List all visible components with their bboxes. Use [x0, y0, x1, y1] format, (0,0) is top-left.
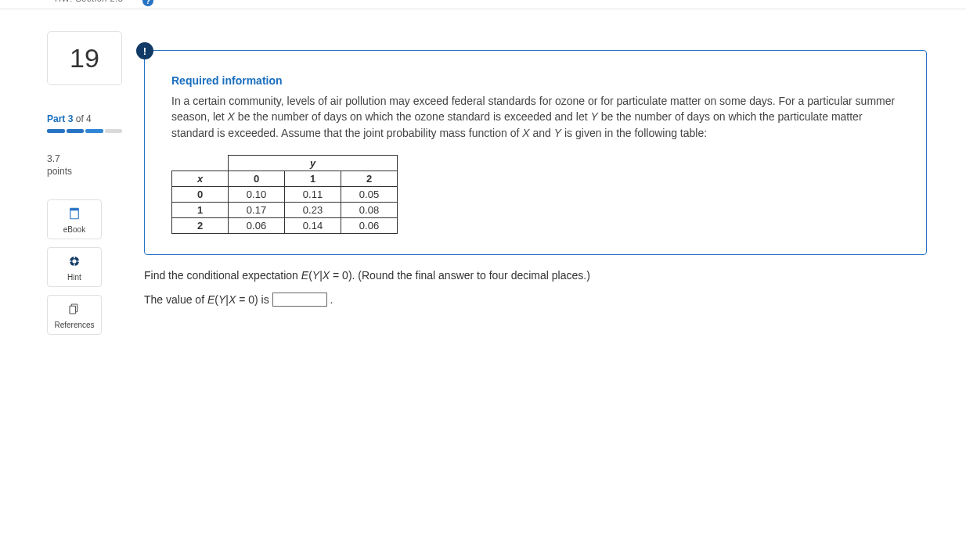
x-axis-label: x — [172, 171, 229, 186]
svg-rect-5 — [74, 264, 75, 267]
a-prefix: The value of — [144, 293, 207, 305]
top-bar: HW: Section 2.5 ? — [0, 0, 966, 9]
info-badge-icon[interactable]: ? — [142, 0, 153, 6]
ebook-button[interactable]: eBook — [47, 199, 102, 239]
table-row: 1 0.17 0.23 0.08 — [172, 202, 398, 217]
sidebar: 19 Part 3 of 4 3.7 points eBook Hint — [47, 31, 122, 335]
svg-rect-4 — [74, 256, 75, 258]
required-info-text: In a certain community, levels of air po… — [171, 93, 899, 141]
x-header-1: 1 — [172, 202, 229, 217]
q-prefix: Find the conditional expectation — [144, 269, 301, 282]
required-info-title: Required information — [171, 74, 899, 87]
table-row: 2 0.06 0.14 0.06 — [172, 217, 398, 233]
question-number-box: 19 — [47, 31, 122, 85]
progress-seg-4 — [105, 129, 123, 133]
y-axis-label: y — [229, 155, 398, 171]
q-X: X — [323, 269, 330, 282]
svg-point-3 — [72, 260, 76, 264]
copy-icon — [67, 302, 81, 318]
references-label: References — [54, 321, 94, 329]
var-y: Y — [590, 110, 597, 123]
a-is: is — [258, 293, 272, 305]
svg-rect-9 — [70, 306, 76, 314]
cell-2-2: 0.06 — [341, 217, 398, 233]
book-icon — [67, 206, 81, 222]
y-header-2: 2 — [341, 171, 398, 186]
progress-seg-2 — [67, 129, 85, 133]
part-label: Part 3 of 4 — [47, 113, 122, 124]
part-progress — [47, 129, 122, 133]
var-y2: Y — [554, 127, 561, 139]
points-value: 3.7 — [47, 153, 122, 166]
table-row: 0 0.10 0.11 0.05 — [172, 186, 398, 202]
cell-2-0: 0.06 — [229, 217, 285, 233]
q-E: E — [301, 269, 308, 282]
table-corner — [172, 155, 229, 171]
cell-1-1: 0.23 — [285, 202, 341, 217]
part-total: of 4 — [76, 113, 92, 124]
question-text: Find the conditional expectation E(Y|X =… — [144, 269, 927, 282]
text-seg-2: be the number of days on which the ozone… — [235, 110, 591, 123]
references-button[interactable]: References — [47, 295, 102, 335]
answer-line: The value of E(Y|X = 0) is . — [144, 293, 927, 307]
progress-seg-1 — [47, 129, 65, 133]
svg-rect-7 — [77, 260, 80, 262]
text-and: and — [530, 127, 554, 139]
cell-0-0: 0.10 — [229, 186, 285, 202]
part-current: Part 3 — [47, 113, 73, 124]
points: 3.7 points — [47, 153, 122, 178]
breadcrumb-truncated: HW: Section 2.5 — [55, 0, 124, 3]
page-body: 19 Part 3 of 4 3.7 points eBook Hint — [0, 9, 966, 366]
var-x: X — [228, 110, 235, 123]
a-period: . — [330, 293, 333, 305]
cell-0-1: 0.11 — [285, 186, 341, 202]
q-Y: Y — [312, 269, 319, 282]
hint-label: Hint — [67, 273, 81, 282]
a-X: X — [229, 293, 236, 305]
text-seg-4: is given in the following table: — [561, 127, 707, 139]
jpmf-table: y x 0 1 2 0 0.10 0.11 0.05 1 0.17 0. — [171, 155, 398, 234]
a-E: E — [207, 293, 214, 305]
a-eq0: = 0) — [236, 293, 258, 305]
x-header-2: 2 — [172, 217, 229, 233]
y-header-1: 1 — [285, 171, 341, 186]
cell-2-1: 0.14 — [285, 217, 341, 233]
points-label: points — [47, 166, 122, 178]
y-header-0: 0 — [229, 171, 285, 186]
cell-1-0: 0.17 — [229, 202, 285, 217]
x-header-0: 0 — [172, 186, 229, 202]
hint-button[interactable]: Hint — [47, 247, 102, 287]
required-info-card: ! Required information In a certain comm… — [144, 50, 927, 255]
var-x2: X — [522, 127, 529, 139]
svg-rect-6 — [69, 260, 71, 262]
progress-seg-3 — [85, 129, 103, 133]
cell-0-2: 0.05 — [341, 186, 398, 202]
main-area: ! Required information In a certain comm… — [144, 31, 927, 335]
q-eq0: = 0) — [330, 269, 351, 282]
answer-input[interactable] — [272, 293, 327, 307]
q-suffix: . (Round the final answer to four decima… — [352, 269, 590, 282]
a-Y: Y — [218, 293, 225, 305]
ebook-label: eBook — [63, 225, 85, 234]
lifesaver-icon — [67, 254, 81, 270]
svg-rect-1 — [70, 208, 79, 210]
alert-icon: ! — [136, 42, 153, 59]
cell-1-2: 0.08 — [341, 202, 398, 217]
